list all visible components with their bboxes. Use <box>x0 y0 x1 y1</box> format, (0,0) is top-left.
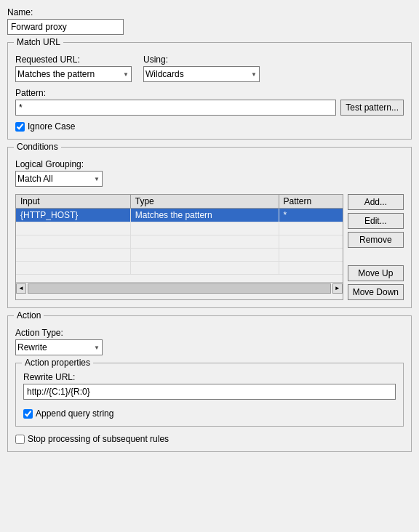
requested-url-field: Requested URL: Matches the patternDoes N… <box>15 55 132 82</box>
action-type-label: Action Type: <box>15 328 404 338</box>
remove-condition-button[interactable]: Remove <box>348 232 404 248</box>
logical-grouping-select[interactable]: Match AllMatch Any <box>15 171 103 187</box>
conditions-legend: Conditions <box>14 142 61 152</box>
scroll-h-thumb[interactable] <box>28 283 331 294</box>
conditions-table-area: Input Type Pattern {HTTP_HOST}Matches th… <box>15 194 404 300</box>
pattern-input-row: Test pattern... <box>15 100 404 116</box>
cell-input <box>16 222 130 235</box>
stop-processing-row: Stop processing of subsequent rules <box>15 434 404 444</box>
ignore-case-label: Ignore Case <box>28 121 75 132</box>
action-type-select-wrapper[interactable]: RewriteRedirectCustom ResponseAbort Requ… <box>15 339 103 355</box>
cell-type <box>130 249 279 262</box>
append-query-string-row: Append query string <box>23 408 396 419</box>
requested-url-label: Requested URL: <box>15 55 132 65</box>
requested-url-select[interactable]: Matches the patternDoes Not Match the Pa… <box>15 66 132 82</box>
pattern-input[interactable] <box>15 100 336 116</box>
cell-type: Matches the pattern <box>130 209 279 222</box>
requested-url-select-wrapper[interactable]: Matches the patternDoes Not Match the Pa… <box>15 66 132 82</box>
cell-pattern: * <box>279 209 343 222</box>
rewrite-url-label: Rewrite URL: <box>23 372 396 382</box>
using-select-wrapper[interactable]: WildcardsRegular ExpressionsExact Match <box>143 66 260 82</box>
scroll-left-arrow[interactable]: ◄ <box>16 283 26 294</box>
move-up-button[interactable]: Move Up <box>348 265 404 281</box>
test-pattern-button[interactable]: Test pattern... <box>340 100 404 116</box>
name-section: Name: <box>7 7 412 35</box>
name-input[interactable] <box>7 19 124 35</box>
col-header-type: Type <box>130 195 279 209</box>
append-query-string-label: Append query string <box>36 408 113 419</box>
conditions-group: Conditions Logical Grouping: Match AllMa… <box>7 147 412 308</box>
cell-type <box>130 222 279 235</box>
cell-type <box>130 235 279 249</box>
table-row[interactable] <box>16 262 343 275</box>
horizontal-scrollbar[interactable]: ◄ ► <box>16 282 343 294</box>
append-query-string-checkbox[interactable] <box>23 409 33 419</box>
cell-pattern <box>279 235 343 249</box>
using-label: Using: <box>143 55 260 65</box>
cell-input <box>16 235 130 249</box>
move-down-button[interactable]: Move Down <box>348 284 404 300</box>
edit-condition-button[interactable]: Edit... <box>348 213 404 229</box>
table-row[interactable]: {HTTP_HOST}Matches the pattern* <box>16 209 343 222</box>
match-url-group: Match URL Requested URL: Matches the pat… <box>7 42 412 140</box>
action-properties-box: Action properties Rewrite URL: Append qu… <box>15 363 404 427</box>
conditions-table-container: Input Type Pattern {HTTP_HOST}Matches th… <box>15 194 343 300</box>
rewrite-url-row: Rewrite URL: <box>23 372 396 406</box>
using-select[interactable]: WildcardsRegular ExpressionsExact Match <box>143 66 260 82</box>
match-url-legend: Match URL <box>14 37 63 47</box>
action-group: Action Action Type: RewriteRedirectCusto… <box>7 315 412 452</box>
action-type-select[interactable]: RewriteRedirectCustom ResponseAbort Requ… <box>15 339 103 355</box>
action-type-row: Action Type: RewriteRedirectCustom Respo… <box>15 328 404 355</box>
conditions-buttons: Add... Edit... Remove Move Up Move Down <box>348 194 404 300</box>
table-row[interactable] <box>16 222 343 235</box>
ignore-case-checkbox[interactable] <box>15 122 25 132</box>
scroll-right-arrow[interactable]: ► <box>332 283 343 294</box>
rewrite-url-input[interactable] <box>23 384 396 400</box>
pattern-label: Pattern: <box>15 88 404 98</box>
col-header-input: Input <box>16 195 130 209</box>
conditions-table: Input Type Pattern {HTTP_HOST}Matches th… <box>16 195 343 275</box>
cell-input: {HTTP_HOST} <box>16 209 130 222</box>
logical-grouping-select-wrapper[interactable]: Match AllMatch Any <box>15 171 103 187</box>
cell-type <box>130 262 279 275</box>
action-legend: Action <box>14 310 44 321</box>
logical-grouping-label: Logical Grouping: <box>15 159 404 169</box>
ignore-case-row: Ignore Case <box>15 121 404 132</box>
cell-input <box>16 262 130 275</box>
cell-pattern <box>279 249 343 262</box>
name-label: Name: <box>7 7 412 17</box>
cell-pattern <box>279 222 343 235</box>
logical-grouping-row: Logical Grouping: Match AllMatch Any <box>15 159 404 187</box>
using-field: Using: WildcardsRegular ExpressionsExact… <box>143 55 260 82</box>
cell-input <box>16 249 130 262</box>
table-row[interactable] <box>16 235 343 249</box>
cell-pattern <box>279 262 343 275</box>
action-properties-legend: Action properties <box>22 358 93 368</box>
table-row[interactable] <box>16 249 343 262</box>
col-header-pattern: Pattern <box>279 195 343 209</box>
stop-processing-label: Stop processing of subsequent rules <box>28 434 169 444</box>
stop-processing-checkbox[interactable] <box>15 435 25 444</box>
pattern-row: Pattern: Test pattern... <box>15 88 404 116</box>
conditions-scroll-area[interactable]: Input Type Pattern {HTTP_HOST}Matches th… <box>16 195 343 282</box>
add-condition-button[interactable]: Add... <box>348 194 404 210</box>
